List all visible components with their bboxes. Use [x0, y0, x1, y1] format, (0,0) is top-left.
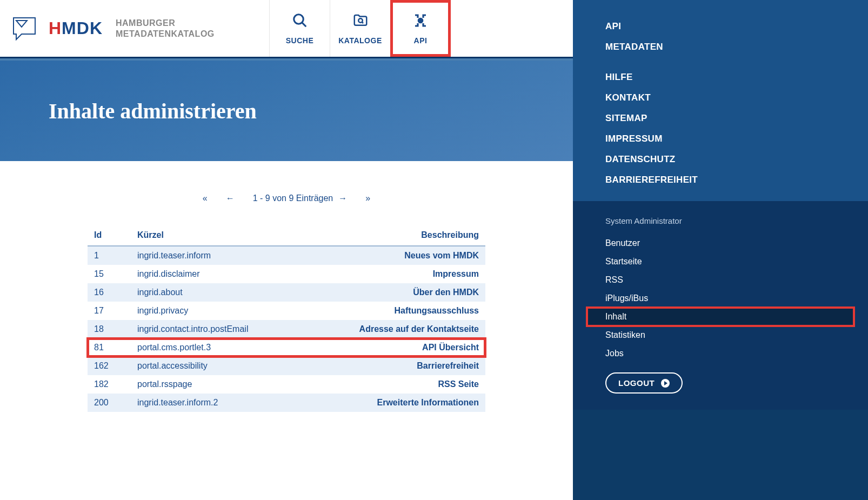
sidebar-admin-rss[interactable]: RSS — [587, 271, 854, 289]
table-row[interactable]: 1ingrid.teaser.informNeues vom HMDK — [88, 246, 485, 265]
svg-marker-1 — [16, 21, 27, 27]
pager-text: 1 - 9 von 9 Einträgen → — [253, 194, 348, 203]
table-header: Id Kürzel Beschreibung — [88, 225, 485, 246]
sidebar-link-datenschutz[interactable]: DATENSCHUTZ — [605, 149, 836, 170]
sidebar-admin-inhalt[interactable]: Inhalt — [587, 308, 854, 326]
cell-id: 81 — [94, 343, 137, 352]
pager-first[interactable]: « — [203, 194, 208, 203]
cell-key: portal.cms.portlet.3 — [137, 343, 332, 352]
pager-prev[interactable]: ← — [226, 194, 235, 203]
content: « ← 1 - 9 von 9 Einträgen → » Id Kürzel … — [0, 161, 573, 500]
col-desc: Beschreibung — [332, 230, 479, 240]
sidebar-link-sitemap[interactable]: SITEMAP — [605, 108, 836, 129]
cell-key: ingrid.teaser.inform.2 — [137, 398, 332, 408]
cell-key: ingrid.privacy — [137, 306, 332, 316]
nav-api-label: API — [414, 36, 428, 45]
svg-line-5 — [362, 22, 363, 23]
sidebar-admin: System Administrator BenutzerStartseiteR… — [573, 201, 868, 410]
sidebar-link-kontakt[interactable]: KONTAKT — [605, 88, 836, 108]
sidebar-admin-jobs[interactable]: Jobs — [587, 344, 854, 363]
col-key: Kürzel — [137, 230, 332, 240]
table-row[interactable]: 18ingrid.contact.intro.postEmailAdresse … — [88, 320, 485, 338]
sidebar-admin-statistiken[interactable]: Statistiken — [587, 326, 854, 344]
cell-id: 200 — [94, 398, 137, 408]
cell-desc: Adresse auf der Kontaktseite — [332, 324, 479, 334]
table-row[interactable]: 182portal.rsspageRSS Seite — [88, 375, 485, 394]
table-row[interactable]: 162portal.accessibilityBarrierefreiheit — [88, 357, 485, 375]
pager-last[interactable]: » — [365, 194, 370, 203]
sidebar-admin-title: System Administrator — [587, 213, 854, 229]
cell-id: 162 — [94, 361, 137, 371]
cell-id: 15 — [94, 269, 137, 279]
sidebar-link-impressum[interactable]: IMPRESSUM — [605, 129, 836, 149]
cell-desc: RSS Seite — [332, 379, 479, 389]
sidebar-admin-startseite[interactable]: Startseite — [587, 252, 854, 271]
sidebar-link-metadaten[interactable]: METADATEN — [605, 37, 836, 57]
cell-key: portal.accessibility — [137, 361, 332, 371]
cell-desc: API Übersicht — [332, 343, 479, 352]
api-icon — [412, 12, 429, 29]
topnav: SUCHE KATALOGE API — [269, 0, 451, 57]
logo-subtitle: HAMBURGERMETADATENKATALOG — [116, 18, 215, 38]
svg-point-6 — [418, 18, 423, 23]
cell-desc: Neues vom HMDK — [332, 251, 479, 261]
sidebar-link-hilfe[interactable]: HILFE — [605, 67, 836, 88]
cell-key: ingrid.about — [137, 288, 332, 297]
cell-id: 182 — [94, 379, 137, 389]
sidebar-link-api[interactable]: API — [605, 16, 836, 37]
nav-api[interactable]: API — [390, 0, 451, 57]
logout-label: LOGOUT — [618, 378, 655, 388]
sidebar-top: APIMETADATEN HILFEKONTAKTSITEMAPIMPRESSU… — [573, 0, 868, 201]
col-id: Id — [94, 230, 137, 240]
cell-id: 17 — [94, 306, 137, 316]
content-table: Id Kürzel Beschreibung 1ingrid.teaser.in… — [88, 225, 485, 412]
sidebar: APIMETADATEN HILFEKONTAKTSITEMAPIMPRESSU… — [573, 0, 868, 500]
sidebar-link-barrierefreiheit[interactable]: BARRIEREFREIHEIT — [605, 170, 836, 190]
table-row[interactable]: 81portal.cms.portlet.3API Übersicht — [88, 338, 485, 357]
logout-button[interactable]: LOGOUT — [605, 372, 683, 394]
pager: « ← 1 - 9 von 9 Einträgen → » — [0, 194, 573, 203]
folder-search-icon — [352, 12, 369, 29]
search-icon — [292, 12, 308, 29]
cell-key: portal.rsspage — [137, 379, 332, 389]
table-row[interactable]: 200ingrid.teaser.inform.2Erweiterte Info… — [88, 394, 485, 412]
cell-desc: Barrierefreiheit — [332, 361, 479, 371]
nav-catalogs-label: KATALOGE — [338, 36, 382, 45]
cell-key: ingrid.disclaimer — [137, 269, 332, 279]
page-title: Inhalte administrieren — [49, 98, 257, 124]
cell-key: ingrid.contact.intro.postEmail — [137, 324, 332, 334]
hero: Inhalte administrieren — [0, 58, 573, 161]
nav-search-label: SUCHE — [286, 36, 314, 45]
cell-desc: Impressum — [332, 269, 479, 279]
nav-search[interactable]: SUCHE — [269, 0, 330, 57]
cell-key: ingrid.teaser.inform — [137, 251, 332, 261]
cell-desc: Über den HMDK — [332, 288, 479, 297]
logo[interactable]: HMDK HAMBURGERMETADATENKATALOG — [0, 15, 269, 42]
table-row[interactable]: 15ingrid.disclaimerImpressum — [88, 265, 485, 283]
sidebar-admin-benutzer[interactable]: Benutzer — [587, 234, 854, 252]
table-row[interactable]: 16ingrid.aboutÜber den HMDK — [88, 283, 485, 302]
cell-id: 18 — [94, 324, 137, 334]
cell-desc: Haftungsausschluss — [332, 306, 479, 316]
cell-id: 16 — [94, 288, 137, 297]
cell-desc: Erweiterte Informationen — [332, 398, 479, 408]
logo-icon — [11, 15, 38, 42]
cell-id: 1 — [94, 251, 137, 261]
svg-point-2 — [293, 14, 303, 24]
sidebar-admin-iplugs-ibus[interactable]: iPlugs/iBus — [587, 289, 854, 308]
table-row[interactable]: 17ingrid.privacyHaftungsausschluss — [88, 302, 485, 320]
logo-text: HMDK — [49, 18, 103, 38]
header: HMDK HAMBURGERMETADATENKATALOG SUCHE KAT… — [0, 0, 573, 58]
nav-catalogs[interactable]: KATALOGE — [330, 0, 390, 57]
svg-line-3 — [302, 22, 306, 26]
logout-icon — [661, 379, 670, 388]
